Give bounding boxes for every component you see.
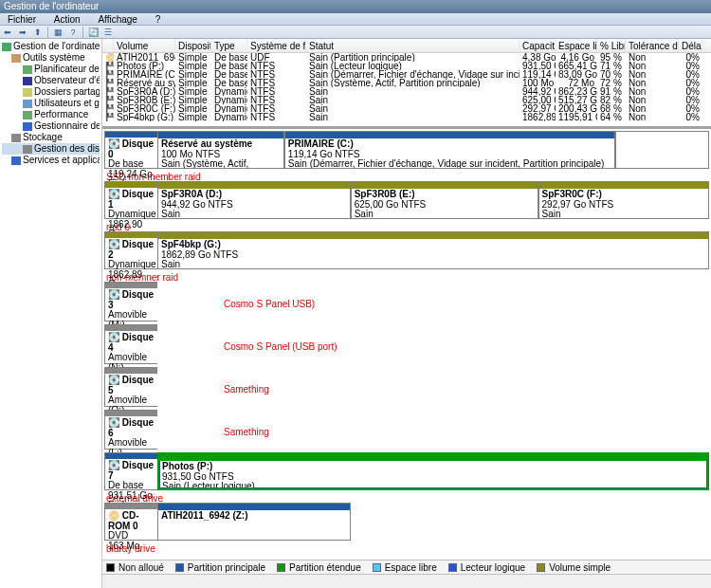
annotation: bluray drive (104, 543, 709, 553)
col-ovh[interactable]: Délai (679, 39, 702, 52)
cell-pct: 82 % (597, 96, 626, 104)
partition[interactable]: SpF3R0C (F:)292,97 Go NTFSSain (538, 181, 709, 219)
menu-file[interactable]: Fichier (0, 13, 44, 26)
disk-type: DVD (108, 531, 155, 542)
volume-row[interactable]: 💾SpF3R0B (E:)SimpleDynamiqueNTFSSain625,… (102, 96, 711, 104)
disk-header[interactable]: 💽 Disque 1Dynamique1862,90 GoEn ligne (104, 181, 157, 219)
cell-type: De base (211, 79, 247, 87)
disk-row[interactable]: 💽 Disque 6Amovible (L:)Aucun médiaSameth… (104, 410, 709, 450)
col-fs[interactable]: Système de fichiers (247, 39, 306, 52)
part-title: SpF3R0A (D:) (161, 190, 350, 200)
cell-cap: 4,38 Go (520, 53, 556, 62)
disk-row[interactable]: 💽 Disque 3Amovible (M:)Aucun médiaCosmo … (104, 282, 709, 322)
tree-item[interactable]: Planificateur de tâches (2, 64, 100, 75)
disk-row[interactable]: 💽 Disque 5Amovible (O:)Aucun médiaSameth… (104, 367, 709, 407)
volume-row[interactable]: 💾PRIMAIRE (C:)SimpleDe baseNTFSSain (Dém… (102, 70, 711, 79)
cell-free: 4,16 Go (556, 53, 597, 62)
disk-row[interactable]: 💽 Disque 4Amovible (N:)Aucun médiaCosmo … (104, 324, 709, 364)
help-icon[interactable]: ? (67, 27, 79, 38)
cell-disp: Simple (175, 96, 211, 104)
disk-header[interactable]: 💽 Disque 3Amovible (M:)Aucun média (104, 282, 157, 322)
forward-icon[interactable]: ➡ (17, 27, 28, 38)
disk-header[interactable]: 💽 Disque 0De base119,24 GoEn ligne (104, 131, 157, 169)
volume-row[interactable]: 💾SpF3R0C (F:)SimpleDynamiqueNTFSSain292,… (102, 104, 711, 113)
partition[interactable]: SpF3R0B (E:)625,00 Go NTFSSain (351, 181, 538, 219)
menu-action[interactable]: Action (46, 13, 88, 26)
volume-row[interactable]: 📀ATIH2011_6942 (Z:)SimpleDe baseUDFSain … (102, 53, 711, 62)
volume-list[interactable]: Volume Disposition Type Système de fichi… (102, 39, 711, 129)
cell-fs: NTFS (247, 79, 306, 87)
col-tol[interactable]: Tolérance de pannes (626, 39, 679, 52)
disk-header[interactable]: 📀 CD-ROM 0DVD163 Mo (104, 503, 157, 541)
part-size: 1862,89 Go NTFS (161, 250, 708, 261)
view-icon[interactable]: ▦ (52, 27, 64, 38)
tree-item[interactable]: Gestion des disques (2, 143, 100, 155)
disk-row[interactable]: 💽 Disque 7De base931,51 GoEn lignePhotos… (104, 452, 709, 490)
tree-item[interactable]: Dossiers partagés (2, 86, 100, 98)
col-cap[interactable]: Capacité (520, 39, 556, 52)
partition[interactable]: Réservé au système100 Mo NTFSSain (Systè… (157, 131, 284, 169)
list-icon[interactable]: ☰ (102, 27, 114, 38)
disk-row[interactable]: 💽 Disque 2Dynamique1862,89 GoEn ligneSpF… (104, 231, 709, 269)
legend-swatch (106, 563, 115, 572)
annotation: Samething (224, 384, 269, 395)
cell-tol: Non (626, 104, 679, 113)
legend-label: Espace libre (385, 562, 437, 573)
partition[interactable]: ATIH2011_6942 (Z:) (157, 503, 351, 541)
tree-item[interactable]: Gestionnaire de périphé (2, 120, 100, 132)
disk-row[interactable]: 💽 Disque 1Dynamique1862,90 GoEn ligneSpF… (104, 181, 709, 219)
volume-row[interactable]: 💾SpF3R0A (D:)SimpleDynamiqueNTFSSain944,… (102, 87, 711, 96)
col-volume[interactable]: Volume (114, 39, 175, 52)
tree-item[interactable]: Utilisateurs et groupes l (2, 98, 100, 109)
cell-ovh: 0% (679, 87, 702, 96)
partition[interactable] (615, 131, 709, 169)
tree-item[interactable]: Outils système (2, 52, 100, 64)
disk-header[interactable]: 💽 Disque 6Amovible (L:)Aucun média (104, 410, 157, 450)
col-pct[interactable]: % Libres (597, 39, 626, 52)
part-title: SpF3R0B (E:) (355, 190, 538, 200)
disk-header[interactable]: 💽 Disque 2Dynamique1862,89 GoEn ligne (104, 231, 157, 269)
volume-row[interactable]: 💾Réservé au systèmeSimpleDe baseNTFSSain… (102, 79, 711, 87)
col-free[interactable]: Espace libre (556, 39, 597, 52)
cell-ovh: 0% (679, 53, 702, 62)
bottom-scrollbar[interactable] (102, 574, 711, 588)
menu-help[interactable]: ? (148, 13, 169, 26)
annotation: external drive (104, 493, 709, 503)
disk-map[interactable]: 💽 Disque 0De base119,24 GoEn ligneRéserv… (102, 129, 711, 560)
volume-row[interactable]: 💾Photos (P:)SimpleDe baseNTFSSain (Lecte… (102, 62, 711, 70)
partition[interactable]: Photos (P:)931,50 Go NTFSSain (Lecteur l… (157, 452, 709, 490)
navigation-tree[interactable]: Gestion de l'ordinateur (local)Outils sy… (0, 39, 102, 588)
col-disposition[interactable]: Disposition (175, 39, 211, 52)
disk-header[interactable]: 💽 Disque 7De base931,51 GoEn ligne (104, 452, 157, 490)
disk-name: 💽 Disque 4 (108, 333, 155, 353)
volume-row[interactable]: 💾SpF4bkp (G:)SimpleDynamiqueNTFSSain1862… (102, 113, 711, 121)
tree-item[interactable]: Observateur d'événeme (2, 75, 100, 86)
disk-row[interactable]: 📀 CD-ROM 0DVD163 MoATIH2011_6942 (Z:) (104, 503, 709, 541)
tree-item[interactable]: Services et applications (2, 155, 100, 166)
partition[interactable]: SpF3R0A (D:)944,92 Go NTFSSain (157, 181, 351, 219)
disk-partitions: Samething (157, 367, 709, 407)
col-statut[interactable]: Statut (306, 39, 520, 52)
menu-view[interactable]: Affichage (90, 13, 145, 26)
cell-stat: Sain (Système, Actif, Partition principa… (306, 79, 520, 87)
refresh-icon[interactable]: 🔄 (87, 27, 99, 38)
disk-header[interactable]: 💽 Disque 4Amovible (N:)Aucun média (104, 324, 157, 364)
col-type[interactable]: Type (211, 39, 247, 52)
tree-item[interactable]: Stockage (2, 132, 100, 143)
up-icon[interactable]: ⬆ (32, 27, 44, 38)
cell-free: 862,23 Go (556, 87, 597, 96)
tree-label: Gestionnaire de périphé (34, 120, 100, 131)
partition[interactable]: PRIMAIRE (C:)119,14 Go NTFSSain (Démarre… (284, 131, 615, 169)
cell-type: Dynamique (211, 104, 247, 113)
tree-item[interactable]: Gestion de l'ordinateur (local) (2, 41, 100, 52)
tree-item[interactable]: Performance (2, 109, 100, 120)
cell-volume: SpF3R0C (F:) (114, 104, 175, 113)
disk-partitions: SpF3R0A (D:)944,92 Go NTFSSainSpF3R0B (E… (157, 181, 709, 219)
disk-row[interactable]: 💽 Disque 0De base119,24 GoEn ligneRéserv… (104, 131, 709, 169)
disk-type: Dynamique (108, 260, 155, 270)
back-icon[interactable]: ⬅ (2, 27, 13, 38)
disk-header[interactable]: 💽 Disque 5Amovible (O:)Aucun média (104, 367, 157, 407)
partition[interactable]: SpF4bkp (G:)1862,89 Go NTFSSain (157, 231, 709, 269)
tree-icon (11, 54, 21, 63)
cell-fs: NTFS (247, 96, 306, 104)
